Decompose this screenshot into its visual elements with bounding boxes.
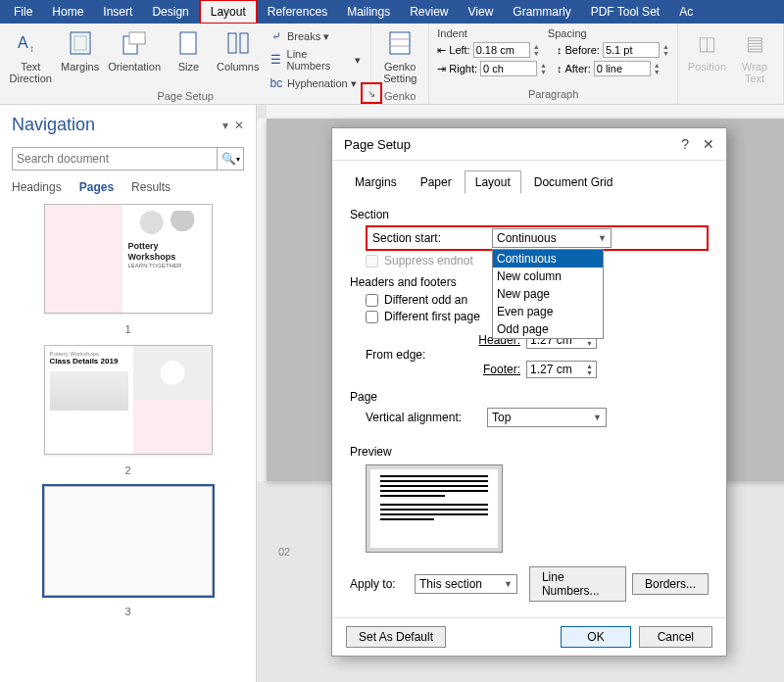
dialog-close-button[interactable]: ✕ bbox=[703, 136, 714, 152]
ok-button[interactable]: OK bbox=[561, 626, 630, 648]
tab-view[interactable]: View bbox=[459, 1, 504, 23]
cancel-button[interactable]: Cancel bbox=[639, 626, 712, 648]
chevron-down-icon: ▼ bbox=[504, 579, 513, 589]
spacing-before-input[interactable] bbox=[603, 42, 660, 58]
opt-new-column[interactable]: New column bbox=[493, 268, 603, 285]
indent-left-icon: ⇤ bbox=[437, 44, 446, 57]
dlg-tab-layout[interactable]: Layout bbox=[465, 170, 521, 194]
set-as-default-button[interactable]: Set As Default bbox=[346, 626, 446, 648]
spacing-after[interactable]: ↕After:▲▼ bbox=[557, 61, 669, 76]
tab-pdf-tool-set[interactable]: PDF Tool Set bbox=[581, 1, 669, 23]
line-numbers-button[interactable]: ☰Line Numbers▾ bbox=[267, 47, 363, 73]
paragraph-group-label: Paragraph bbox=[528, 88, 578, 100]
svg-text:↕: ↕ bbox=[29, 43, 34, 54]
indent-label: Indent bbox=[437, 27, 467, 39]
indent-left[interactable]: ⇤Left:▲▼ bbox=[437, 42, 547, 58]
indent-right-input[interactable] bbox=[480, 61, 537, 76]
nav-tab-pages[interactable]: Pages bbox=[79, 180, 114, 194]
valign-label: Vertical alignment: bbox=[366, 411, 481, 424]
diff-odd-even-check[interactable] bbox=[366, 294, 378, 307]
tab-review[interactable]: Review bbox=[400, 1, 458, 23]
size-icon bbox=[172, 27, 204, 59]
opt-even-page[interactable]: Even page bbox=[493, 303, 603, 320]
text-direction-button[interactable]: A↕ Text Direction bbox=[6, 25, 55, 86]
dlg-tab-margins[interactable]: Margins bbox=[344, 170, 408, 194]
nav-dropdown-icon[interactable]: ▾ bbox=[222, 119, 228, 132]
footer-field[interactable]: 1.27 cm▲▼ bbox=[526, 361, 597, 378]
borders-dialog-button[interactable]: Borders... bbox=[632, 573, 709, 595]
spacing-label: Spacing bbox=[548, 27, 587, 39]
indent-right-icon: ⇥ bbox=[437, 63, 446, 75]
margins-button[interactable]: Margins bbox=[57, 25, 102, 74]
preview-label: Preview bbox=[350, 445, 709, 459]
nav-close-icon[interactable]: ✕ bbox=[234, 119, 244, 132]
columns-button[interactable]: Columns bbox=[213, 25, 262, 74]
dialog-title: Page Setup bbox=[344, 137, 411, 152]
page-thumb-2[interactable]: Pottery WorkshopsClass Details 2019 bbox=[44, 345, 213, 455]
navigation-pane: Navigation ▾✕ 🔍▾ Headings Pages Results … bbox=[0, 105, 257, 682]
wrap-text-button[interactable]: ▤Wrap Text bbox=[732, 25, 777, 86]
suppress-endnotes-check bbox=[366, 255, 378, 268]
tab-mailings[interactable]: Mailings bbox=[337, 1, 400, 23]
spacing-before-icon: ↕ bbox=[557, 44, 563, 56]
tab-home[interactable]: Home bbox=[42, 1, 93, 23]
size-button[interactable]: Size bbox=[166, 25, 211, 74]
tab-layout[interactable]: Layout bbox=[199, 0, 258, 24]
opt-odd-page[interactable]: Odd page bbox=[493, 320, 603, 338]
section-start-combo[interactable]: Continuous▼ Continuous New column New pa… bbox=[492, 228, 612, 248]
tab-file[interactable]: File bbox=[4, 1, 42, 23]
tab-insert[interactable]: Insert bbox=[93, 1, 142, 23]
indent-left-input[interactable] bbox=[473, 42, 530, 58]
chevron-down-icon: ▼ bbox=[598, 233, 607, 243]
nav-tab-headings[interactable]: Headings bbox=[12, 180, 62, 194]
dlg-tab-document-grid[interactable]: Document Grid bbox=[523, 170, 624, 194]
tab-grammarly[interactable]: Grammarly bbox=[503, 1, 580, 23]
page-num-2: 2 bbox=[124, 464, 130, 476]
position-icon: ◫ bbox=[691, 27, 722, 59]
svg-rect-8 bbox=[240, 33, 248, 53]
opt-new-page[interactable]: New page bbox=[493, 285, 603, 303]
section-start-dropdown: Continuous New column New page Even page… bbox=[492, 249, 604, 339]
tab-references[interactable]: References bbox=[258, 1, 337, 23]
nav-title: Navigation bbox=[12, 115, 95, 135]
spacing-before[interactable]: ↕Before:▲▼ bbox=[557, 42, 669, 58]
page-label: Page bbox=[350, 390, 709, 404]
orientation-icon bbox=[119, 27, 150, 59]
tab-overflow[interactable]: Ac bbox=[669, 1, 703, 23]
page-setup-dialog: Page Setup ?✕ Margins Paper Layout Docum… bbox=[331, 127, 727, 657]
search-button[interactable]: 🔍▾ bbox=[217, 148, 243, 170]
svg-rect-2 bbox=[71, 32, 90, 54]
tab-design[interactable]: Design bbox=[142, 1, 198, 23]
valign-combo[interactable]: Top▼ bbox=[487, 408, 607, 427]
page-thumb-3[interactable] bbox=[44, 486, 213, 596]
page-num-1: 1 bbox=[124, 323, 130, 335]
line-numbers-dialog-button[interactable]: Line Numbers... bbox=[529, 566, 626, 602]
dlg-tab-paper[interactable]: Paper bbox=[410, 170, 463, 194]
preview-box bbox=[366, 464, 503, 553]
diff-first-page-check[interactable] bbox=[366, 311, 378, 323]
from-edge-label: From edge: bbox=[366, 348, 464, 362]
search-input[interactable] bbox=[13, 148, 217, 170]
position-button[interactable]: ◫Position bbox=[684, 25, 730, 74]
spacing-after-input[interactable] bbox=[594, 61, 651, 76]
nav-tab-results[interactable]: Results bbox=[131, 180, 171, 194]
text-direction-icon: A↕ bbox=[15, 27, 46, 59]
wrap-text-icon: ▤ bbox=[739, 27, 770, 59]
breaks-button[interactable]: ⤶Breaks▾ bbox=[267, 27, 363, 45]
opt-continuous[interactable]: Continuous bbox=[493, 250, 603, 268]
orientation-button[interactable]: Orientation bbox=[105, 25, 165, 74]
ruler-horizontal[interactable] bbox=[267, 105, 784, 119]
columns-icon bbox=[222, 27, 254, 59]
spacing-after-icon: ↕ bbox=[557, 63, 563, 74]
apply-to-label: Apply to: bbox=[350, 577, 409, 591]
hyphenation-button[interactable]: bcHyphenation▾ bbox=[267, 74, 363, 92]
genko-setting-button[interactable]: Genko Setting bbox=[377, 25, 422, 86]
section-start-label: Section start: bbox=[368, 229, 492, 247]
ruler-vertical[interactable] bbox=[257, 119, 267, 481]
indent-right[interactable]: ⇥Right:▲▼ bbox=[437, 61, 547, 76]
page-setup-group-label: Page Setup bbox=[157, 90, 214, 102]
page-thumb-1[interactable]: PotteryWorkshopsLEARN TOGETHER bbox=[44, 204, 213, 314]
page-setup-launcher[interactable]: ↘ bbox=[361, 82, 382, 104]
dialog-help-button[interactable]: ? bbox=[681, 136, 689, 152]
apply-to-combo[interactable]: This section▼ bbox=[415, 574, 517, 594]
